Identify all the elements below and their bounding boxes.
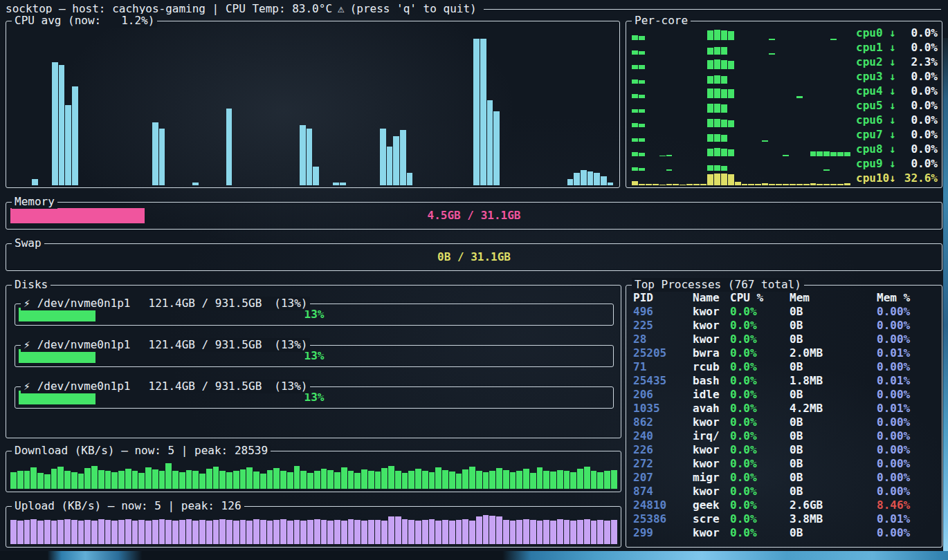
process-cpu: 0.0%: [730, 319, 790, 333]
terminal-window[interactable]: socktop — host: cachyos-gaming | CPU Tem…: [0, 0, 948, 560]
cpu-avg-panel: CPU avg (now: 1.2%): [6, 21, 620, 188]
memory-gauge-label: 4.5GB / 31.1GB: [6, 203, 942, 229]
process-cpu: 0.0%: [730, 526, 790, 540]
process-mem-pct: 0.00%: [877, 526, 938, 540]
process-row: 299 kwor 0.0% 0B 0.00%: [633, 526, 938, 540]
core-name: cpu3: [856, 70, 889, 84]
core-value: 0.0%: [897, 128, 938, 142]
core-history-chart: [632, 41, 850, 55]
core-history-chart: [632, 56, 850, 69]
disk-percent-label: (13%): [274, 380, 307, 393]
core-row: cpu5 ↓ 0.0%: [632, 98, 938, 113]
process-mem: 0B: [790, 471, 877, 485]
top-processes-panel: Top Processes (767 total) PID Name CPU %…: [626, 285, 942, 548]
disk-mount-icon: ⚡: [24, 297, 30, 310]
process-pid: 299: [633, 526, 693, 540]
header-mem: Mem: [790, 291, 877, 305]
wallpaper-edge-bottom: [0, 551, 948, 560]
disk-title: ⚡ /dev/nvme0n1p1 121.4GB / 931.5GB (13%): [21, 380, 310, 393]
disk-mount-icon: ⚡: [24, 380, 30, 393]
process-pid: 496: [633, 305, 693, 319]
core-name: cpu2: [856, 55, 889, 69]
process-name: kwor: [693, 319, 730, 333]
core-history-chart: [632, 158, 850, 171]
process-pid: 225: [633, 319, 693, 333]
process-name: kwor: [693, 416, 730, 429]
process-row: 240 irq/ 0.0% 0B 0.00%: [633, 429, 938, 443]
process-mem-pct: 0.00%: [877, 360, 938, 374]
disk-title: ⚡ /dev/nvme0n1p1 121.4GB / 931.5GB (13%): [21, 338, 310, 352]
process-mem: 0B: [790, 416, 877, 429]
process-mem-pct: 0.00%: [877, 457, 938, 471]
core-row: cpu10 ↓ 32.6%: [632, 171, 938, 185]
quit-hint: (press 'q' to quit): [350, 2, 477, 16]
core-down-arrow-icon: ↓: [889, 41, 897, 55]
process-pid: 1035: [633, 402, 693, 416]
core-down-arrow-icon: ↓: [889, 113, 897, 127]
disks-panel: Disks ⚡ /dev/nvme0n1p1 121.4GB / 931.5GB…: [6, 285, 621, 438]
process-cpu: 0.0%: [730, 346, 790, 360]
core-row: cpu6 ↓ 0.0%: [632, 113, 938, 127]
core-value: 0.0%: [897, 84, 938, 98]
upload-title: Upload (KB/s) — now: 5 | peak: 126: [12, 499, 244, 513]
cpu-avg-title: CPU avg (now: 1.2%): [12, 14, 157, 28]
process-mem-pct: 0.00%: [877, 333, 938, 346]
process-cpu: 0.0%: [730, 457, 790, 471]
process-name: kwor: [693, 485, 730, 498]
core-value: 0.0%: [897, 41, 938, 55]
process-cpu: 0.0%: [730, 485, 790, 498]
core-row: cpu3 ↓ 0.0%: [632, 69, 938, 84]
core-name: cpu10: [856, 171, 889, 185]
process-mem-pct: 0.01%: [877, 346, 938, 360]
core-name: cpu5: [856, 99, 889, 113]
core-name: cpu7: [856, 128, 889, 142]
process-cpu: 0.0%: [730, 388, 790, 402]
process-mem-pct: 0.01%: [877, 402, 938, 416]
download-title: Download (KB/s) — now: 5 | peak: 28539: [12, 444, 271, 458]
upload-panel: Upload (KB/s) — now: 5 | peak: 126: [6, 506, 621, 548]
process-row: 862 kwor 0.0% 0B 0.00%: [633, 416, 938, 429]
process-pid: 226: [633, 443, 693, 457]
disk-device: /dev/nvme0n1p1: [37, 297, 131, 310]
process-pid: 207: [633, 471, 693, 485]
process-pid: 862: [633, 416, 693, 429]
disk-usage: 121.4GB / 931.5GB: [149, 380, 262, 393]
process-mem-pct: 0.00%: [877, 443, 938, 457]
process-table-header: PID Name CPU % Mem Mem %: [633, 291, 938, 305]
process-row: 1035 avah 0.0% 4.2MB 0.01%: [633, 402, 938, 416]
core-name: cpu4: [856, 84, 889, 98]
process-cpu: 0.0%: [730, 429, 790, 443]
process-mem: 0B: [790, 360, 877, 374]
core-row: cpu1 ↓ 0.0%: [632, 40, 938, 55]
process-mem-pct: 0.00%: [877, 305, 938, 319]
core-history-chart: [632, 100, 850, 113]
top-processes-title: Top Processes (767 total): [632, 278, 804, 292]
process-mem-pct: 0.01%: [877, 512, 938, 526]
header-cpu: CPU %: [730, 291, 790, 305]
process-cpu: 0.0%: [730, 471, 790, 485]
process-pid: 874: [633, 485, 693, 498]
download-panel: Download (KB/s) — now: 5 | peak: 28539: [6, 451, 621, 492]
process-row: 28 kwor 0.0% 0B 0.00%: [633, 333, 938, 346]
process-name: bwra: [693, 346, 730, 360]
process-row: 25386 scre 0.0% 3.8MB 0.01%: [633, 512, 938, 526]
disk-percent-label: (13%): [274, 338, 307, 352]
process-mem: 0B: [790, 388, 877, 402]
disk-mount-icon: ⚡: [24, 338, 30, 352]
process-row: 272 kwor 0.0% 0B 0.00%: [633, 457, 938, 471]
per-core-rows: cpu0 ↓ 0.0% cpu1 ↓ 0.0% cpu2 ↓ 2.3% cpu3…: [632, 26, 938, 185]
title-rule: [484, 9, 941, 10]
process-mem: 0B: [790, 457, 877, 471]
process-row: 225 kwor 0.0% 0B 0.00%: [633, 319, 938, 333]
disk-usage: 121.4GB / 931.5GB: [149, 297, 262, 310]
process-cpu: 0.0%: [730, 402, 790, 416]
header-name: Name: [693, 291, 730, 305]
process-rows: 496 kwor 0.0% 0B 0.00% 225 kwor 0.0% 0B …: [633, 305, 938, 540]
core-down-arrow-icon: ↓: [889, 84, 897, 98]
core-history-chart: [632, 85, 850, 98]
process-name: kwor: [693, 305, 730, 319]
process-row: 226 kwor 0.0% 0B 0.00%: [633, 443, 938, 457]
process-name: idle: [693, 388, 730, 402]
process-mem-pct: 0.00%: [877, 416, 938, 429]
process-row: 496 kwor 0.0% 0B 0.00%: [633, 305, 938, 319]
